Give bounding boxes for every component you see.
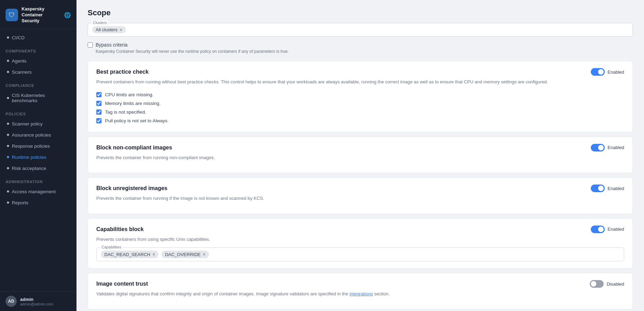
- administration-section-title: Administration: [0, 174, 77, 186]
- block-non-compliant-desc: Prevents the container from running non-…: [96, 154, 624, 161]
- cap-remove-dac-override-button[interactable]: ×: [203, 252, 206, 257]
- capabilities-label: Capabilities: [100, 245, 123, 249]
- sidebar-item-assurance-policies[interactable]: Assurance policies: [1, 130, 75, 140]
- integrations-link[interactable]: integrations: [349, 291, 373, 296]
- capabilities-toggle[interactable]: [591, 226, 605, 233]
- bullet-icon: [7, 36, 9, 39]
- capabilities-desc: Prevents containers from using specific …: [96, 236, 624, 243]
- logo-area: 🛡 Kaspersky Container Security 🌐: [0, 0, 77, 29]
- cap-remove-dac-read-button[interactable]: ×: [152, 252, 155, 257]
- cpu-limits-checkbox[interactable]: [96, 92, 102, 97]
- image-content-trust-header: Image content trust Disabled: [96, 280, 624, 288]
- image-content-trust-toggle-label: Disabled: [606, 281, 624, 287]
- user-profile[interactable]: AD admin admin@admin.com: [0, 291, 77, 311]
- pull-policy-checkbox[interactable]: [96, 118, 102, 123]
- tag-not-specified-checkbox[interactable]: [96, 109, 102, 115]
- best-practice-toggle-row: Enabled: [591, 68, 624, 76]
- block-unregistered-title: Block unregistered images: [96, 185, 168, 191]
- app-logo-text: Kaspersky Container Security: [22, 6, 61, 24]
- check-item-memory: Memory limits are missing.: [96, 99, 624, 108]
- sidebar-item-scanners[interactable]: Scanners: [1, 67, 75, 77]
- image-content-trust-desc: Validates digital signatures that confir…: [96, 290, 624, 297]
- capabilities-header: Capabilities block Enabled: [96, 226, 624, 233]
- block-unregistered-toggle-label: Enabled: [607, 186, 624, 191]
- policies-section-title: Policies: [0, 106, 77, 118]
- active-bullet-icon: [7, 156, 9, 158]
- best-practice-checklist: CPU limits are missing. Memory limits ar…: [96, 90, 624, 125]
- main-content: Scope Clusters All clusters × Bypass cri…: [77, 0, 644, 311]
- sidebar-item-access-management[interactable]: Access management: [1, 186, 75, 197]
- bullet-icon: [7, 97, 9, 99]
- clusters-label: Clusters: [91, 21, 108, 25]
- cap-tag-dac-override: DAC_OVERRIDE ×: [161, 251, 209, 258]
- image-content-trust-title: Image content trust: [96, 281, 148, 287]
- bypass-criteria-row: Bypass criteria: [88, 42, 633, 48]
- components-section-title: Components: [0, 43, 77, 55]
- sidebar-item-scanner-policy[interactable]: Scanner policy: [1, 118, 75, 129]
- cluster-tag-all: All clusters ×: [92, 26, 126, 33]
- clusters-box: Clusters All clusters ×: [88, 23, 633, 36]
- bullet-icon: [7, 167, 9, 169]
- block-unregistered-header: Block unregistered images Enabled: [96, 185, 624, 192]
- compliance-section-title: Compliance: [0, 78, 77, 90]
- capabilities-toggle-row: Enabled: [591, 226, 624, 233]
- block-non-compliant-toggle[interactable]: [591, 144, 605, 152]
- sidebar-item-runtime-policies[interactable]: Runtime policies: [1, 152, 75, 163]
- best-practice-header: Best practice check Enabled: [96, 68, 624, 76]
- best-practice-title: Best practice check: [96, 69, 148, 75]
- check-item-tag: Tag is not specified.: [96, 108, 624, 116]
- best-practice-desc: Prevent containers from running without …: [96, 79, 624, 85]
- best-practice-toggle-label: Enabled: [607, 69, 624, 75]
- capabilities-title: Capabilities block: [96, 226, 144, 232]
- sidebar-item-reports[interactable]: Reports: [1, 197, 75, 208]
- check-item-pull-policy: Pull policy is not set to Always.: [96, 116, 624, 125]
- bullet-icon: [7, 123, 9, 125]
- sidebar-item-cis[interactable]: CIS Kubernetes benchmarks: [1, 90, 75, 106]
- page-title: Scope: [88, 8, 633, 17]
- memory-limits-checkbox[interactable]: [96, 101, 102, 106]
- capabilities-input-box: Capabilities DAC_READ_SEARCH × DAC_OVERR…: [96, 247, 624, 261]
- bypass-criteria-checkbox[interactable]: [88, 42, 93, 48]
- language-icon[interactable]: 🌐: [64, 12, 71, 18]
- user-info: admin admin@admin.com: [20, 297, 53, 306]
- bullet-icon: [7, 145, 9, 147]
- sidebar-item-cicd[interactable]: CI/CD: [1, 32, 75, 43]
- cluster-remove-button[interactable]: ×: [120, 27, 122, 32]
- capabilities-block-card: Capabilities block Enabled Prevents cont…: [88, 218, 633, 269]
- block-unregistered-desc: Prevents the container from running if t…: [96, 195, 624, 202]
- sidebar-item-agents[interactable]: Agents: [1, 56, 75, 66]
- avatar: AD: [6, 296, 17, 307]
- block-non-compliant-header: Block non-compliant images Enabled: [96, 144, 624, 152]
- best-practice-card: Best practice check Enabled Prevent cont…: [88, 61, 633, 132]
- bullet-icon: [7, 190, 9, 193]
- sidebar-item-risk-acceptance[interactable]: Risk acceptance: [1, 163, 75, 174]
- image-content-trust-toggle-row: Disabled: [590, 280, 624, 288]
- best-practice-toggle[interactable]: [591, 68, 605, 76]
- sidebar-item-response-policies[interactable]: Response policies: [1, 141, 75, 152]
- sidebar: 🛡 Kaspersky Container Security 🌐 CI/CD C…: [0, 0, 77, 311]
- cap-tag-dac-read: DAC_READ_SEARCH ×: [101, 251, 159, 258]
- image-content-trust-card: Image content trust Disabled Validates d…: [88, 273, 633, 310]
- bypass-criteria-label: Bypass criteria: [96, 42, 128, 48]
- bypass-criteria-description: Kaspersky Container Security will never …: [88, 49, 633, 54]
- bullet-icon: [7, 134, 9, 136]
- block-non-compliant-toggle-row: Enabled: [591, 144, 624, 152]
- block-non-compliant-card: Block non-compliant images Enabled Preve…: [88, 137, 633, 173]
- bullet-icon: [7, 71, 9, 73]
- app-logo-icon: 🛡: [6, 9, 18, 21]
- check-item-cpu: CPU limits are missing.: [96, 90, 624, 99]
- block-non-compliant-title: Block non-compliant images: [96, 145, 172, 151]
- block-unregistered-toggle[interactable]: [591, 185, 605, 192]
- image-content-trust-toggle[interactable]: [590, 280, 604, 288]
- block-unregistered-card: Block unregistered images Enabled Preven…: [88, 177, 633, 214]
- bullet-icon: [7, 202, 9, 204]
- block-non-compliant-toggle-label: Enabled: [607, 145, 624, 150]
- capabilities-toggle-label: Enabled: [607, 227, 624, 232]
- bullet-icon: [7, 60, 9, 62]
- block-unregistered-toggle-row: Enabled: [591, 185, 624, 192]
